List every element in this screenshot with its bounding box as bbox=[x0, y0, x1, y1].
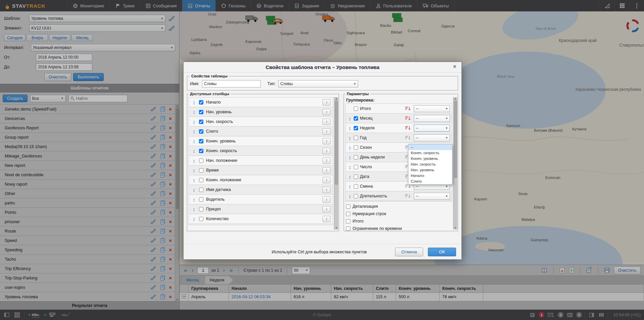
grouping-dropdown-popup: --Конеч. скоростьКонеч. уровеньНач. скор… bbox=[408, 144, 452, 185]
column-format-button[interactable]: Ι bbox=[323, 119, 331, 125]
grouping-checkbox[interactable] bbox=[354, 116, 358, 121]
dropdown-option[interactable]: Нач. скорость bbox=[408, 162, 452, 167]
scrollbar-thumb[interactable] bbox=[454, 101, 457, 178]
move-updown-icon[interactable]: ↕ bbox=[347, 193, 352, 199]
cancel-button[interactable]: Отмена bbox=[395, 248, 423, 256]
scroll-down-icon[interactable]: ▼ bbox=[335, 227, 338, 230]
column-checkbox[interactable] bbox=[199, 197, 203, 202]
grouping-sort-select[interactable]: --▼ bbox=[414, 125, 450, 132]
sort-order-icon[interactable] bbox=[405, 194, 412, 198]
move-updown-icon[interactable]: ↕ bbox=[192, 216, 196, 222]
grouping-checkbox[interactable] bbox=[354, 165, 358, 169]
grouping-sort-select[interactable]: --▼ bbox=[414, 115, 450, 122]
dropdown-option[interactable]: Слито bbox=[408, 179, 452, 184]
move-updown-icon[interactable]: ↕ bbox=[192, 168, 196, 173]
grouping-checkbox[interactable] bbox=[354, 145, 358, 150]
column-checkbox[interactable] bbox=[199, 207, 203, 211]
dropdown-option[interactable]: -- bbox=[408, 144, 452, 150]
move-updown-icon[interactable]: ↕ bbox=[192, 119, 196, 125]
dropdown-option[interactable]: Конеч. уровень bbox=[408, 156, 452, 162]
column-checkbox[interactable] bbox=[199, 139, 203, 143]
sort-order-icon[interactable] bbox=[405, 116, 412, 121]
column-format-button[interactable]: Ι bbox=[323, 216, 331, 222]
scroll-down-icon[interactable]: ▼ bbox=[454, 227, 457, 230]
parameter-checkbox[interactable] bbox=[346, 227, 350, 231]
column-format-button[interactable]: Ι bbox=[323, 187, 331, 193]
grouping-checkbox[interactable] bbox=[354, 184, 358, 189]
parameter-checkbox[interactable] bbox=[346, 219, 350, 223]
dialog-close-button[interactable]: × bbox=[451, 64, 458, 70]
move-updown-icon[interactable]: ↕ bbox=[192, 197, 196, 202]
table-type-select[interactable]: Сливы▼ bbox=[278, 80, 358, 87]
grouping-checkbox[interactable] bbox=[354, 107, 358, 111]
move-updown-icon[interactable]: ↕ bbox=[347, 135, 352, 141]
column-checkbox[interactable] bbox=[199, 178, 203, 182]
column-format-button[interactable]: Ι bbox=[323, 177, 331, 183]
column-format-button[interactable]: Ι bbox=[323, 167, 331, 174]
dropdown-option[interactable]: Нач. уровень bbox=[408, 167, 452, 173]
column-format-button[interactable]: Ι bbox=[323, 206, 331, 212]
ctrl-hint-label: Используйте Ctrl для выбора множества пу… bbox=[272, 250, 367, 254]
grouping-sort-select[interactable]: --▼ bbox=[414, 105, 450, 112]
move-updown-icon[interactable]: ↕ bbox=[347, 164, 352, 170]
sort-order-icon[interactable] bbox=[405, 184, 412, 189]
move-updown-icon[interactable]: ↕ bbox=[192, 109, 196, 115]
dropdown-option[interactable]: Конеч. скорость bbox=[408, 150, 452, 156]
column-checkbox[interactable] bbox=[199, 149, 203, 153]
grouping-checkbox[interactable] bbox=[354, 155, 358, 159]
sort-order-icon[interactable] bbox=[405, 106, 412, 111]
sort-order-icon[interactable] bbox=[405, 135, 412, 140]
column-format-button[interactable]: Ι bbox=[323, 157, 331, 164]
grouping-checkbox[interactable] bbox=[354, 136, 358, 140]
columns-scrollbar[interactable]: ▲▼ bbox=[334, 97, 338, 230]
parameter-checkbox[interactable] bbox=[346, 204, 350, 209]
column-checkbox[interactable] bbox=[199, 100, 203, 105]
move-updown-icon[interactable]: ↕ bbox=[347, 116, 352, 121]
parameter-checkbox[interactable] bbox=[346, 212, 350, 216]
grouping-sort-select[interactable]: --▼ bbox=[414, 193, 450, 200]
move-updown-icon[interactable]: ↕ bbox=[347, 145, 352, 150]
table-name-input[interactable] bbox=[202, 80, 261, 87]
ok-button[interactable]: ОК bbox=[428, 248, 456, 256]
column-format-button[interactable]: Ι bbox=[323, 109, 331, 115]
move-updown-icon[interactable]: ↕ bbox=[192, 138, 196, 144]
move-updown-icon[interactable]: ↕ bbox=[347, 125, 352, 131]
dropdown-option[interactable]: Начало bbox=[408, 173, 452, 179]
column-checkbox[interactable] bbox=[199, 217, 203, 221]
column-checkbox[interactable] bbox=[199, 110, 203, 114]
column-format-button[interactable]: Ι bbox=[323, 196, 331, 203]
column-checkbox[interactable] bbox=[199, 120, 203, 124]
grouping-label-text: Длительность bbox=[360, 194, 403, 198]
scrollbar-thumb[interactable] bbox=[335, 101, 338, 185]
move-updown-icon[interactable]: ↕ bbox=[347, 184, 352, 189]
scroll-up-icon[interactable]: ▲ bbox=[454, 97, 457, 100]
column-checkbox[interactable] bbox=[199, 188, 203, 192]
move-updown-icon[interactable]: ↕ bbox=[192, 187, 196, 193]
move-updown-icon[interactable]: ↕ bbox=[192, 158, 196, 164]
grouping-sort-select[interactable]: --▼ bbox=[414, 134, 450, 141]
grouping-checkbox[interactable] bbox=[354, 175, 358, 179]
move-updown-icon[interactable]: ↕ bbox=[192, 100, 196, 105]
column-format-button[interactable]: Ι bbox=[323, 148, 331, 154]
column-checkbox[interactable] bbox=[199, 158, 203, 163]
dialog-footer: Используйте Ctrl для выбора множества пу… bbox=[184, 244, 461, 259]
parameters-scrollbar[interactable]: ▲▼ bbox=[453, 97, 457, 230]
move-updown-icon[interactable]: ↕ bbox=[192, 177, 196, 183]
column-row: ↕КоличествоΙ bbox=[189, 214, 333, 224]
move-updown-icon[interactable]: ↕ bbox=[192, 129, 196, 134]
column-format-button[interactable]: Ι bbox=[323, 138, 331, 144]
scroll-up-icon[interactable]: ▲ bbox=[335, 97, 338, 100]
move-updown-icon[interactable]: ↕ bbox=[347, 174, 352, 180]
grouping-checkbox[interactable] bbox=[354, 126, 358, 130]
column-checkbox[interactable] bbox=[199, 168, 203, 173]
grouping-checkbox[interactable] bbox=[354, 194, 358, 198]
move-updown-icon[interactable]: ↕ bbox=[192, 148, 196, 154]
move-updown-icon[interactable]: ↕ bbox=[192, 206, 196, 212]
column-format-button[interactable]: Ι bbox=[323, 128, 331, 135]
move-updown-icon[interactable]: ↕ bbox=[347, 154, 352, 160]
column-label: Прицеп bbox=[206, 207, 320, 211]
sort-order-icon[interactable] bbox=[405, 126, 412, 130]
column-format-button[interactable]: Ι bbox=[323, 99, 331, 106]
grouping-label-text: Неделя bbox=[360, 126, 403, 130]
column-checkbox[interactable] bbox=[199, 129, 203, 134]
